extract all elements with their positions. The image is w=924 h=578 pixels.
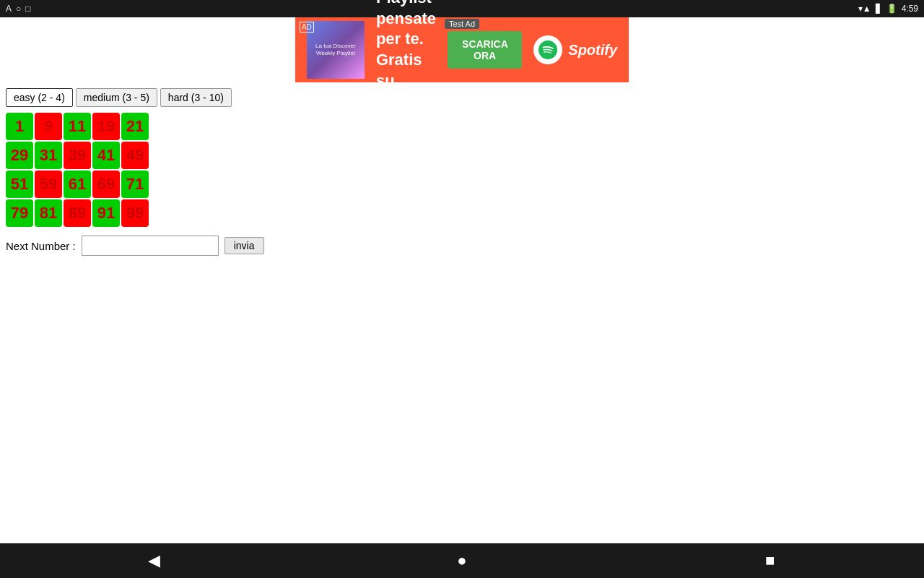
wifi-icon: ▾▲ [858, 4, 871, 14]
clock: 4:59 [902, 4, 918, 14]
number-cell-29[interactable]: 29 [6, 142, 33, 169]
number-cell-69[interactable]: 69 [92, 171, 120, 198]
ad-thumbnail: La tua Discover Weekly Playlist [307, 21, 365, 79]
status-bar-right: ▾▲ ▋ 🔋 4:59 [858, 4, 918, 14]
ad-download-button[interactable]: SCARICA ORA [448, 31, 522, 69]
number-cell-81[interactable]: 81 [35, 199, 62, 227]
bottom-nav: ◀ ● ■ [0, 543, 924, 578]
number-cell-59[interactable]: 59 [35, 171, 62, 198]
status-bar: A ○ □ ▾▲ ▋ 🔋 4:59 [0, 0, 924, 17]
number-cell-51[interactable]: 51 [6, 171, 33, 198]
number-cell-89[interactable]: 89 [64, 199, 91, 227]
ad-text: Playlist pensate per te.Gratis su Spotif… [376, 0, 436, 112]
ad-label: Test Ad [445, 19, 479, 29]
spotify-icon [533, 35, 562, 64]
next-number-section: Next Number : invia [6, 236, 918, 256]
number-cell-61[interactable]: 61 [64, 171, 91, 198]
recent-button[interactable]: ■ [749, 551, 792, 570]
number-cell-19[interactable]: 19 [92, 113, 120, 140]
tab-easy[interactable]: easy (2 - 4) [6, 88, 73, 107]
notification-icon-a: A [6, 4, 12, 14]
number-cell-39[interactable]: 39 [64, 142, 91, 169]
number-cell-79[interactable]: 79 [6, 199, 33, 227]
invia-button[interactable]: invia [225, 237, 264, 254]
ad-icon: AD [300, 22, 314, 33]
number-cell-41[interactable]: 41 [92, 142, 120, 169]
notification-icon-square: □ [25, 4, 30, 14]
number-cell-99[interactable]: 99 [121, 199, 149, 227]
number-cell-21[interactable]: 21 [121, 113, 149, 140]
next-number-label: Next Number : [6, 240, 76, 252]
number-cell-1[interactable]: 1 [6, 113, 33, 140]
status-bar-left: A ○ □ [6, 4, 31, 14]
ad-banner: AD Test Ad La tua Discover Weekly Playli… [295, 17, 629, 82]
number-cell-91[interactable]: 91 [92, 199, 120, 227]
next-number-input[interactable] [82, 236, 219, 256]
home-button[interactable]: ● [440, 551, 484, 570]
number-cell-31[interactable]: 31 [35, 142, 62, 169]
difficulty-tabs: easy (2 - 4) medium (3 - 5) hard (3 - 10… [6, 88, 918, 107]
notification-icon-circle: ○ [16, 4, 21, 14]
number-grid: 19111921293139414951596169717981899199 [6, 113, 918, 227]
signal-icon: ▋ [876, 4, 882, 14]
tab-hard[interactable]: hard (3 - 10) [160, 88, 232, 107]
number-cell-49[interactable]: 49 [121, 142, 149, 169]
back-button[interactable]: ◀ [132, 551, 175, 570]
main-content: easy (2 - 4) medium (3 - 5) hard (3 - 10… [0, 82, 924, 262]
tab-medium[interactable]: medium (3 - 5) [76, 88, 157, 107]
number-cell-71[interactable]: 71 [121, 171, 149, 198]
spotify-logo: Spotify [533, 35, 617, 64]
battery-icon: 🔋 [886, 4, 897, 14]
number-cell-9[interactable]: 9 [35, 113, 62, 140]
number-cell-11[interactable]: 11 [64, 113, 91, 140]
